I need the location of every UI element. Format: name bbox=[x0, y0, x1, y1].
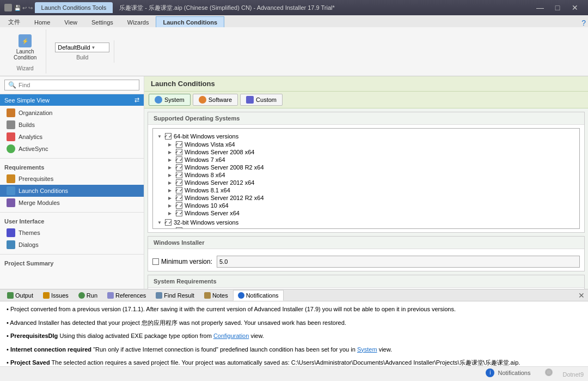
tab-system-label: System bbox=[164, 96, 185, 103]
tab-launch-conditions[interactable]: Launch Conditions bbox=[156, 16, 224, 27]
sidebar-item-label-analytics: Analytics bbox=[19, 134, 42, 140]
search-input[interactable] bbox=[19, 82, 136, 88]
build-config-value: DefaultBuild bbox=[58, 44, 90, 51]
project-summary-label: Project Summary bbox=[4, 260, 53, 267]
supported-os-content: ▼ ✓ 64-bit Windows versions ▶ ✓ Windows … bbox=[148, 125, 584, 232]
os-group-header-64bit: ▼ ✓ 64-bit Windows versions bbox=[155, 132, 577, 141]
label-vistax86: Windows Vista x86 bbox=[185, 227, 235, 229]
bottom-tab-notes[interactable]: Notes bbox=[199, 290, 233, 301]
tab-wizards[interactable]: Wizards bbox=[120, 16, 156, 27]
cb-server2012[interactable]: ✓ bbox=[176, 179, 182, 186]
separator-3 bbox=[0, 254, 144, 255]
tab-file[interactable]: 文件 bbox=[1, 16, 27, 27]
arrow-server2012r2: ▶ bbox=[168, 196, 174, 201]
notif-3-link[interactable]: Configuration bbox=[213, 332, 249, 339]
cb-server2012r2[interactable]: ✓ bbox=[176, 195, 182, 201]
bottom-tab-output-label: Output bbox=[15, 292, 33, 299]
label-win81: Windows 8.1 x64 bbox=[185, 187, 230, 193]
min-version-label: Minimum version: bbox=[161, 258, 212, 265]
cb-server2008r2[interactable]: ✓ bbox=[176, 164, 182, 171]
bottom-tab-refs-label: References bbox=[115, 292, 146, 299]
tab-software[interactable]: Software bbox=[193, 94, 238, 106]
minimize-button[interactable]: — bbox=[531, 0, 549, 15]
notes-tab-icon bbox=[204, 292, 211, 299]
arrow-win81: ▶ bbox=[168, 188, 174, 193]
bottom-tab-references[interactable]: References bbox=[102, 290, 151, 301]
sidebar-item-analytics[interactable]: Analytics bbox=[0, 131, 144, 143]
label-server2012r2: Windows Server 2012 R2 x64 bbox=[185, 195, 264, 201]
label-server2008x64: Windows Server 2008 x64 bbox=[185, 149, 254, 155]
sidebar-item-label-themes: Themes bbox=[19, 229, 40, 236]
content-title: Launch Conditions bbox=[144, 76, 588, 92]
content-tab-bar: System Software Custom bbox=[144, 92, 588, 108]
expand-arrow-32bit[interactable]: ▼ bbox=[157, 220, 163, 225]
sidebar-search-container: 🔍 bbox=[0, 76, 144, 94]
label-serverx64: Windows Server x64 bbox=[185, 210, 240, 216]
cb-vistax86[interactable]: ✓ bbox=[176, 227, 182, 229]
cb-win10x64[interactable]: ✓ bbox=[176, 202, 182, 209]
bottom-panel-close[interactable]: ✕ bbox=[577, 291, 586, 300]
section-user-interface: User Interface Themes Dialogs bbox=[0, 215, 144, 252]
separator-2 bbox=[0, 212, 144, 213]
build-config-dropdown[interactable]: DefaultBuild ▼ bbox=[55, 43, 109, 52]
ribbon-group-wizard: ⚡ LaunchCondition Wizard bbox=[4, 29, 46, 74]
tab-settings[interactable]: Settings bbox=[84, 16, 120, 27]
search-box[interactable]: 🔍 bbox=[4, 80, 139, 90]
min-version-checkbox[interactable] bbox=[152, 258, 159, 265]
cb-win81[interactable]: ✓ bbox=[176, 187, 182, 193]
help-icon[interactable]: ? bbox=[581, 19, 586, 27]
os-item-win7-x64: ▶ ✓ Windows 7 x64 bbox=[155, 156, 577, 164]
os-item-server2012r2-x64: ▶ ✓ Windows Server 2012 R2 x64 bbox=[155, 194, 577, 202]
maximize-button[interactable]: □ bbox=[549, 0, 566, 15]
sidebar-item-merge-modules[interactable]: Merge Modules bbox=[0, 197, 144, 209]
title-bar: 💾 ↩ ↪ Launch Conditions Tools 乐趣课堂 - 乐趣课… bbox=[0, 0, 588, 15]
ribbon-content: ⚡ LaunchCondition Wizard DefaultBuild ▼ … bbox=[0, 27, 588, 76]
tab-view[interactable]: View bbox=[57, 16, 84, 27]
checkbox-32bit[interactable]: ✓ bbox=[165, 219, 171, 226]
bottom-tab-notif-label: Notifications bbox=[246, 292, 279, 299]
notification-4: • Internet connection required "Run only… bbox=[7, 345, 581, 354]
arrow-vista64: ▶ bbox=[168, 142, 174, 147]
checkbox-64bit[interactable]: ✓ bbox=[165, 133, 171, 140]
arrow-serverx64: ▶ bbox=[168, 211, 174, 216]
sidebar-item-prerequisites[interactable]: Prerequisites bbox=[0, 173, 144, 185]
bottom-tab-output[interactable]: Output bbox=[2, 290, 38, 301]
arrow-server2012: ▶ bbox=[168, 180, 174, 185]
os-group-header-32bit: ▼ ✓ 32-bit Windows versions bbox=[155, 218, 577, 227]
tab-system[interactable]: System bbox=[149, 94, 191, 106]
sidebar-item-launch-conditions[interactable]: Launch Conditions bbox=[0, 185, 144, 197]
bottom-tab-run[interactable]: Run bbox=[74, 290, 102, 301]
simple-view-toggle[interactable]: See Simple View ⇄ bbox=[0, 94, 144, 106]
software-tab-icon bbox=[199, 96, 206, 104]
launch-condition-wizard-button[interactable]: ⚡ LaunchCondition bbox=[9, 32, 41, 63]
cb-server2008x64[interactable]: ✓ bbox=[176, 149, 182, 155]
os-list[interactable]: ▼ ✓ 64-bit Windows versions ▶ ✓ Windows … bbox=[152, 128, 580, 229]
title-controls[interactable]: — □ ✕ bbox=[531, 0, 584, 15]
sidebar-item-activesync[interactable]: ActiveSync bbox=[0, 143, 144, 155]
label-win8x64: Windows 8 x64 bbox=[185, 172, 225, 178]
cb-win7x64[interactable]: ✓ bbox=[176, 156, 182, 163]
tab-custom[interactable]: Custom bbox=[240, 94, 283, 106]
notif-4-link[interactable]: System bbox=[357, 346, 377, 353]
bottom-tab-issues[interactable]: Issues bbox=[38, 290, 74, 301]
sidebar-item-organization[interactable]: Organization bbox=[0, 107, 144, 119]
bottom-tab-notifications[interactable]: Notifications bbox=[233, 290, 284, 301]
analytics-icon bbox=[7, 132, 15, 141]
os-item-win81-x64: ▶ ✓ Windows 8.1 x64 bbox=[155, 186, 577, 194]
cb-vista64[interactable]: ✓ bbox=[176, 141, 182, 148]
cb-serverx64[interactable]: ✓ bbox=[176, 210, 182, 216]
sidebar-item-builds[interactable]: Builds bbox=[0, 119, 144, 131]
sidebar-item-dialogs[interactable]: Dialogs bbox=[0, 239, 144, 251]
os-group-64bit: ▼ ✓ 64-bit Windows versions ▶ ✓ Windows … bbox=[155, 132, 577, 217]
ui-header-label: User Interface bbox=[4, 218, 44, 225]
bottom-tab-find-result[interactable]: Find Result bbox=[151, 290, 199, 301]
close-button[interactable]: ✕ bbox=[566, 0, 584, 15]
tab-home[interactable]: Home bbox=[27, 16, 57, 27]
sidebar-item-themes[interactable]: Themes bbox=[0, 227, 144, 239]
sidebar-item-label-builds: Builds bbox=[19, 122, 35, 128]
sidebar-item-label-launch-conditions: Launch Conditions bbox=[19, 188, 68, 194]
expand-arrow-64bit[interactable]: ▼ bbox=[157, 134, 163, 139]
min-version-input[interactable] bbox=[217, 256, 580, 268]
cb-win8x64[interactable]: ✓ bbox=[176, 172, 182, 178]
label-win10x64: Windows 10 x64 bbox=[185, 202, 229, 209]
